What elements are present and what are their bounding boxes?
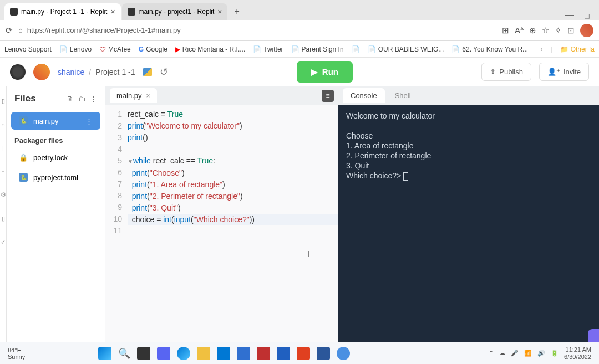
taskview-icon[interactable] [137, 347, 150, 360]
cloud-icon[interactable]: ☁ [499, 350, 505, 357]
editor-panel: main.py × ≡ 1234567891011 rect_calc = Tr… [105, 86, 338, 361]
edge-icon[interactable] [177, 347, 190, 360]
file-name: pyproject.toml [33, 173, 78, 182]
file-item[interactable]: 🐍 pyproject.toml [11, 168, 100, 186]
profile-avatar[interactable] [580, 24, 593, 37]
breadcrumb-user[interactable]: shanice [58, 68, 84, 76]
editor-menu-icon[interactable]: ≡ [322, 90, 334, 102]
bookmark-item[interactable]: 🛡McAfee [99, 45, 131, 53]
app-icon[interactable] [237, 347, 250, 360]
terminal-output[interactable]: Welcome to my calculator Choose 1. Area … [338, 105, 599, 361]
tab-title: main.py - Project 1 -1 - Replit [21, 8, 107, 16]
activity-icon[interactable]: ✓ [1, 239, 6, 246]
start-icon[interactable] [98, 347, 111, 360]
file-more-icon[interactable]: ⋮ [85, 117, 93, 125]
bookmark-item[interactable]: 📄Twitter [253, 45, 283, 53]
terminal-text: Welcome to my calculator Choose 1. Area … [346, 111, 435, 180]
new-folder-icon[interactable]: 🗀 [78, 95, 85, 103]
tab-shell[interactable]: Shell [387, 88, 419, 103]
bookmark-item[interactable]: 📄62. You Know You R... [451, 45, 528, 53]
activity-icon[interactable]: ○ [1, 121, 5, 128]
invite-button[interactable]: 👤⁺ Invite [539, 63, 589, 81]
activity-icon[interactable]: ▯ [2, 215, 5, 222]
editor-tab[interactable]: main.py × [110, 88, 157, 103]
browser-tab[interactable]: main.py - Project 1 -1 - Replit × [4, 3, 121, 20]
line-gutter: 1234567891011 [105, 109, 128, 361]
more-icon[interactable]: ⋮ [90, 95, 97, 103]
bookmark-item[interactable]: Lenovo Support [4, 45, 52, 53]
explorer-icon[interactable] [197, 347, 210, 360]
maximize-icon[interactable]: ◻ [580, 12, 595, 20]
close-icon[interactable]: × [146, 92, 150, 100]
new-file-icon[interactable]: 🗎 [67, 95, 74, 103]
weather-widget[interactable]: 84°F Sunny [8, 347, 25, 360]
app-icon[interactable] [157, 347, 170, 360]
python-file-icon: 🐍 [19, 116, 28, 125]
bookmark-item[interactable]: 📄OUR BABIES WEIG... [368, 45, 444, 53]
store-icon[interactable] [217, 347, 230, 360]
collections-icon[interactable]: ✧ [555, 25, 562, 35]
code-editor[interactable]: 1234567891011 rect_calc = True print("We… [105, 105, 338, 361]
minimize-icon[interactable]: — [561, 10, 578, 20]
bookmark-item[interactable]: 📄Lenovo [59, 45, 92, 53]
bookmark-item[interactable]: GGoogle [139, 45, 167, 53]
file-name: main.py [33, 117, 59, 125]
bookmark-item[interactable]: 📄Parent Sign In [291, 45, 344, 53]
activity-icon[interactable]: ▯ [2, 98, 5, 105]
extension-icon[interactable]: ⊞ [502, 25, 509, 35]
publish-button[interactable]: ⇪ Publish [481, 63, 531, 81]
tab-console[interactable]: Console [343, 88, 385, 103]
app-icon[interactable] [277, 347, 290, 360]
volume-icon[interactable]: 🔊 [537, 350, 545, 357]
overflow-icon[interactable]: › [541, 45, 543, 53]
zoom-icon[interactable]: ⊕ [529, 25, 536, 35]
taskbar-apps: 🔍 [98, 347, 350, 360]
mcafee-icon[interactable] [257, 347, 270, 360]
clock[interactable]: 11:21 AM 6/30/2022 [564, 346, 591, 361]
other-favorites[interactable]: 📁 Other fa [560, 45, 595, 53]
refresh-icon[interactable]: ⟳ [6, 25, 13, 35]
run-button[interactable]: ▶ Run [297, 61, 353, 83]
close-icon[interactable]: × [217, 7, 222, 16]
close-icon[interactable]: × [110, 7, 115, 16]
code-content[interactable]: rect_calc = True print("Welcome to my ca… [128, 109, 338, 361]
activity-icon[interactable]: | [2, 145, 4, 151]
packager-label: Packager files [7, 131, 105, 148]
python-file-icon: 🐍 [19, 173, 28, 182]
collections2-icon[interactable]: ⊡ [567, 25, 575, 35]
text-size-icon[interactable]: Aᴬ [515, 25, 524, 35]
replit-favicon [128, 8, 135, 16]
new-tab-button[interactable]: + [229, 3, 245, 20]
favorite-icon[interactable]: ☆ [542, 25, 549, 35]
activity-bar: ▯ ○ | ▫ ⚙ ▯ ✓ [0, 86, 7, 361]
file-item[interactable]: 🔒 poetry.lock [11, 149, 100, 166]
browser-tab[interactable]: main.py - project1 - Replit × [122, 3, 228, 20]
zoom-icon[interactable] [337, 347, 350, 360]
activity-icon[interactable]: ⚙ [1, 191, 6, 198]
bookmark-item[interactable]: ▶Rico Montana - R.I.... [175, 45, 245, 53]
windows-taskbar: 84°F Sunny 🔍 ⌃ ☁ 🎤 📶 🔊 🔋 11:21 AM 6/30/2… [0, 342, 599, 364]
files-title: Files [14, 93, 62, 104]
breadcrumb-project[interactable]: Project 1 -1 [95, 68, 135, 76]
person-add-icon: 👤⁺ [547, 68, 560, 76]
word-icon[interactable] [317, 347, 330, 360]
office-icon[interactable] [297, 347, 310, 360]
file-item-main[interactable]: 🐍 main.py ⋮ [11, 112, 100, 130]
history-icon[interactable]: ↺ [160, 66, 168, 78]
search-icon[interactable]: 🔍 [118, 347, 130, 360]
main-content: ▯ ○ | ▫ ⚙ ▯ ✓ Files 🗎 🗀 ⋮ 🐍 main.py ⋮ Pa… [0, 86, 599, 361]
replit-logo[interactable] [10, 64, 26, 80]
battery-icon[interactable]: 🔋 [551, 350, 559, 357]
user-avatar[interactable] [33, 64, 50, 80]
terminal-cursor [403, 172, 408, 181]
upload-icon: ⇪ [490, 68, 496, 76]
run-label: Run [322, 67, 338, 76]
bookmark-item[interactable]: 📄 [352, 45, 360, 53]
url-field[interactable]: ⌂ https://replit.com/@shanice/Project-1-… [18, 26, 496, 34]
time: 11:21 AM [564, 346, 591, 353]
files-panel: Files 🗎 🗀 ⋮ 🐍 main.py ⋮ Packager files 🔒… [7, 86, 105, 361]
chevron-up-icon[interactable]: ⌃ [489, 350, 494, 357]
mic-icon[interactable]: 🎤 [511, 350, 519, 357]
wifi-icon[interactable]: 📶 [524, 350, 532, 357]
activity-icon[interactable]: ▫ [2, 168, 4, 175]
